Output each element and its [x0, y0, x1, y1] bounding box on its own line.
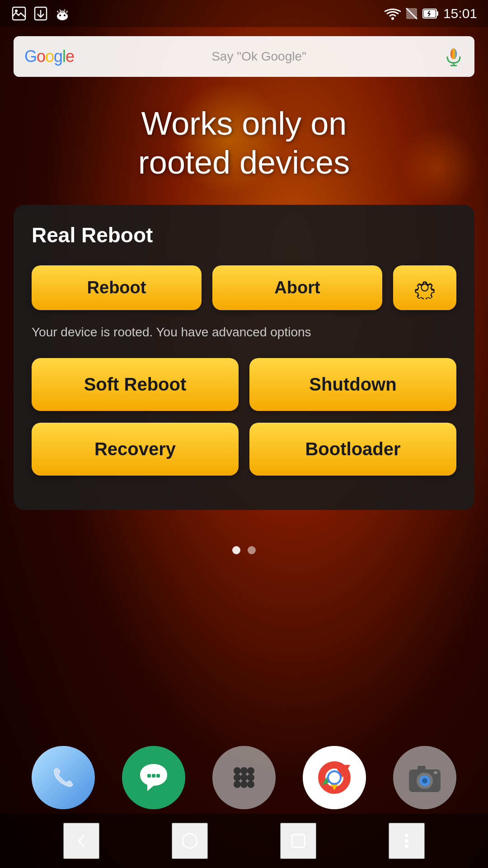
svg-point-4	[57, 12, 68, 20]
svg-point-31	[240, 774, 248, 781]
overflow-menu-button[interactable]	[389, 823, 425, 859]
card-title: Real Reboot	[32, 223, 456, 247]
svg-line-7	[57, 11, 58, 13]
home-circle-icon	[181, 832, 199, 850]
svg-rect-15	[436, 11, 438, 16]
wifi-icon	[385, 7, 401, 20]
svg-point-11	[391, 17, 394, 20]
phone-app-icon[interactable]	[32, 746, 95, 809]
svg-point-43	[422, 778, 427, 783]
back-button[interactable]	[63, 823, 99, 859]
overflow-menu-icon	[404, 832, 409, 850]
page-dot-2	[248, 546, 256, 554]
download-icon	[33, 5, 49, 22]
recovery-button[interactable]: Recovery	[32, 423, 239, 476]
recents-button[interactable]	[280, 823, 316, 859]
reboot-button[interactable]: Reboot	[32, 265, 202, 310]
nav-bar	[0, 814, 488, 868]
svg-point-6	[64, 14, 66, 16]
chrome-icon	[314, 757, 355, 798]
advanced-button-row-1: Soft Reboot Shutdown	[32, 358, 456, 411]
svg-point-50	[405, 844, 408, 848]
svg-line-8	[66, 11, 67, 13]
svg-point-46	[183, 834, 197, 848]
soft-reboot-button[interactable]: Soft Reboot	[32, 358, 239, 411]
android-icon	[54, 5, 70, 22]
primary-button-row: Reboot Abort	[32, 265, 456, 310]
settings-button[interactable]	[393, 265, 456, 310]
search-placeholder: Say "Ok Google"	[83, 49, 435, 64]
advanced-button-row-2: Recovery Bootloader	[32, 423, 456, 476]
svg-point-28	[240, 767, 248, 774]
svg-point-29	[247, 767, 254, 774]
svg-point-23	[450, 48, 457, 59]
status-icons-left	[11, 5, 70, 22]
svg-point-39	[329, 772, 340, 783]
svg-point-33	[234, 781, 241, 788]
svg-point-49	[405, 839, 408, 843]
svg-line-10	[64, 9, 65, 11]
svg-point-1	[15, 9, 18, 12]
main-heading: Works only on rooted devices	[27, 104, 461, 182]
svg-rect-45	[434, 771, 437, 774]
svg-line-9	[60, 9, 61, 11]
svg-point-32	[247, 774, 254, 781]
status-bar: 15:01	[0, 0, 488, 27]
reboot-card: Real Reboot Reboot Abort Your device is …	[14, 205, 474, 510]
camera-app-icon[interactable]	[393, 746, 456, 809]
abort-button[interactable]: Abort	[212, 265, 382, 310]
apps-app-icon[interactable]	[212, 746, 276, 809]
svg-rect-47	[292, 835, 305, 847]
status-icons-right: 15:01	[385, 6, 477, 21]
hangouts-icon	[136, 760, 172, 796]
search-bar[interactable]: Google Say "Ok Google"	[14, 36, 474, 77]
gallery-icon	[11, 5, 27, 22]
camera-icon	[407, 760, 443, 796]
page-dot-1	[232, 546, 240, 554]
heading-line2: rooted devices	[27, 143, 461, 182]
bootloader-button[interactable]: Bootloader	[249, 423, 456, 476]
chrome-app-icon[interactable]	[303, 746, 366, 809]
svg-point-5	[59, 14, 61, 16]
sim-icon	[405, 7, 418, 20]
microphone-icon[interactable]	[444, 47, 464, 66]
google-logo: Google	[24, 47, 74, 66]
apps-grid-icon	[226, 760, 262, 796]
svg-point-27	[234, 767, 241, 774]
svg-rect-26	[156, 774, 160, 778]
phone-icon	[47, 762, 79, 793]
heading-line1: Works only on	[27, 104, 461, 143]
rooted-text: Your device is rooted. You have advanced…	[32, 323, 456, 342]
battery-icon	[422, 7, 439, 20]
svg-rect-44	[418, 766, 426, 770]
back-icon	[72, 832, 90, 850]
gear-icon	[413, 276, 436, 299]
page-indicators	[0, 546, 488, 554]
svg-rect-25	[152, 774, 155, 778]
svg-point-30	[234, 774, 241, 781]
dock	[0, 746, 488, 809]
home-button[interactable]	[172, 823, 208, 859]
svg-rect-24	[147, 774, 151, 778]
shutdown-button[interactable]: Shutdown	[249, 358, 456, 411]
svg-point-35	[247, 781, 254, 788]
recents-icon	[290, 833, 306, 849]
status-time: 15:01	[443, 6, 477, 21]
svg-point-48	[405, 834, 408, 837]
hangouts-app-icon[interactable]	[122, 746, 185, 809]
svg-point-34	[240, 781, 248, 788]
